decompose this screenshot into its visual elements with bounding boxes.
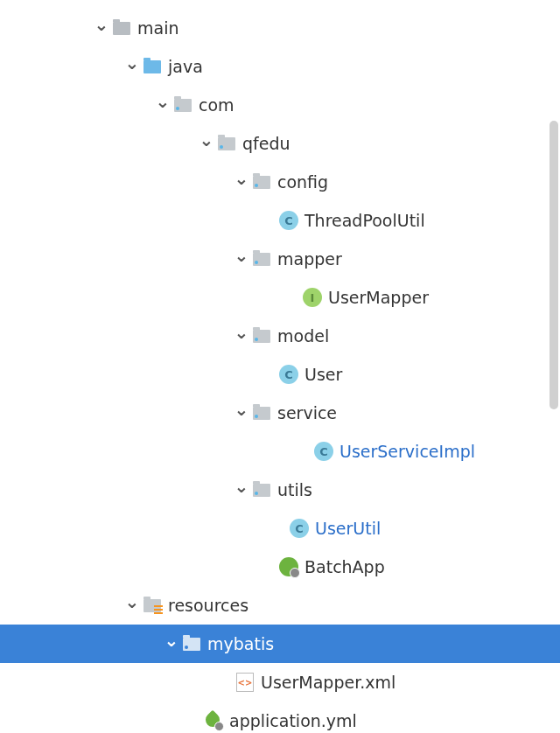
package-mapper[interactable]: mapper	[0, 240, 560, 278]
class-userutil[interactable]: CUserUtil	[0, 509, 560, 548]
xml-file-icon	[234, 672, 256, 693]
package-icon	[251, 479, 272, 500]
class-icon: C	[278, 210, 299, 231]
folder-icon	[111, 17, 132, 38]
class-threadpoolutil[interactable]: CThreadPoolUtil	[0, 201, 560, 240]
tree-node-label: mapper	[277, 249, 342, 269]
package-service[interactable]: service	[0, 394, 560, 432]
source-folder-icon	[142, 56, 163, 77]
package-icon	[172, 94, 193, 115]
interface-usermapper[interactable]: IUserMapper	[0, 278, 560, 317]
class-userserviceimpl[interactable]: CUserServiceImpl	[0, 432, 560, 471]
class-batchapp[interactable]: BatchApp	[0, 548, 560, 586]
chevron-down-icon[interactable]	[197, 135, 216, 152]
class-icon: C	[289, 518, 310, 539]
tree-node-label: mybatis	[207, 634, 274, 653]
tree-node-label: service	[277, 403, 337, 422]
tree-node-label: model	[277, 326, 329, 346]
package-icon	[216, 133, 237, 154]
folder-mybatis[interactable]: mybatis	[0, 625, 560, 663]
package-config[interactable]: config	[0, 163, 560, 201]
class-icon: C	[313, 441, 334, 462]
chevron-down-icon[interactable]	[122, 597, 142, 614]
chevron-down-icon[interactable]	[162, 635, 181, 653]
package-icon	[181, 633, 202, 654]
package-qfedu[interactable]: qfedu	[0, 124, 560, 163]
interface-icon: I	[302, 287, 323, 308]
folder-main[interactable]: main	[0, 9, 560, 47]
spring-config-icon	[203, 710, 224, 731]
tree-node-label: application.yml	[229, 711, 357, 730]
file-application-yml[interactable]: application.yml	[0, 702, 560, 733]
file-usermapper-xml[interactable]: UserMapper.xml	[0, 663, 560, 702]
tree-node-label: utils	[277, 480, 312, 499]
chevron-down-icon[interactable]	[232, 404, 251, 422]
tree-node-label: main	[137, 18, 178, 38]
tree-node-label: ThreadPoolUtil	[304, 211, 425, 230]
chevron-down-icon[interactable]	[232, 250, 251, 268]
tree-node-label: UserMapper	[328, 288, 429, 307]
chevron-down-icon[interactable]	[232, 481, 251, 499]
package-icon	[251, 171, 272, 192]
package-model[interactable]: model	[0, 317, 560, 355]
scrollbar-thumb[interactable]	[550, 121, 558, 409]
chevron-down-icon[interactable]	[122, 58, 142, 75]
tree-node-label: BatchApp	[304, 557, 385, 576]
chevron-down-icon[interactable]	[92, 19, 111, 37]
tree-node-label: User	[304, 365, 342, 384]
package-com[interactable]: com	[0, 86, 560, 124]
tree-node-label: qfedu	[242, 134, 290, 153]
folder-resources[interactable]: resources	[0, 586, 560, 625]
tree-node-label: UserUtil	[315, 519, 381, 538]
package-icon	[251, 248, 272, 269]
package-icon	[251, 402, 272, 423]
class-user[interactable]: CUser	[0, 355, 560, 394]
chevron-down-icon[interactable]	[232, 173, 251, 191]
tree-node-label: UserMapper.xml	[261, 673, 396, 692]
chevron-down-icon[interactable]	[232, 327, 251, 345]
tree-node-label: com	[199, 95, 234, 115]
resources-folder-icon	[142, 595, 163, 616]
tree-node-label: UserServiceImpl	[340, 442, 475, 461]
class-icon: C	[278, 364, 299, 385]
tree-node-label: java	[168, 57, 203, 76]
package-icon	[251, 325, 272, 346]
tree-node-label: config	[277, 172, 328, 192]
folder-java[interactable]: java	[0, 47, 560, 86]
package-utils[interactable]: utils	[0, 471, 560, 509]
project-tree: mainjavacomqfeduconfigCThreadPoolUtilmap…	[0, 0, 560, 733]
chevron-down-icon[interactable]	[153, 96, 172, 114]
tree-node-label: resources	[168, 596, 248, 615]
spring-boot-app-icon	[278, 556, 299, 577]
